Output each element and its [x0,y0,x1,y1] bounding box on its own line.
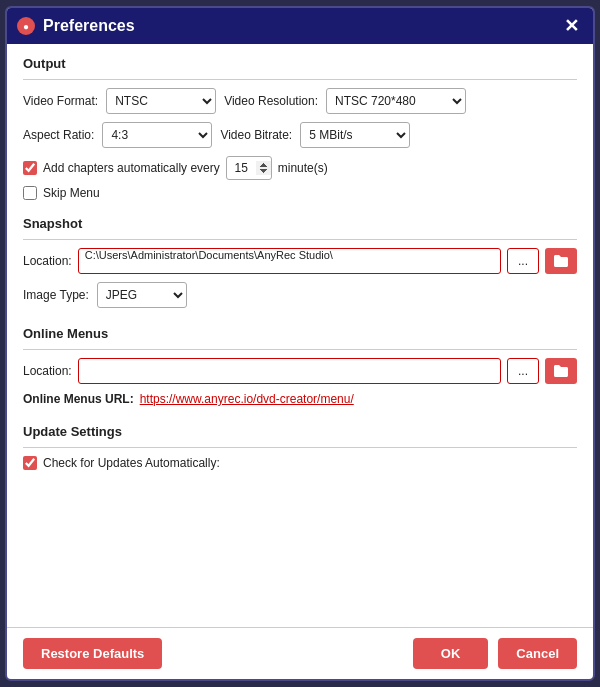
image-type-select[interactable]: JPEG PNG BMP [97,282,187,308]
aspect-ratio-row: Aspect Ratio: 4:3 16:9 Video Bitrate: 5 … [23,122,577,148]
update-settings-section: Update Settings Check for Updates Automa… [23,424,577,476]
update-settings-section-title: Update Settings [23,424,577,439]
check-updates-row: Check for Updates Automatically: [23,456,577,470]
output-section-title: Output [23,56,577,71]
check-updates-checkbox[interactable] [23,456,37,470]
snapshot-folder-button[interactable] [545,248,577,274]
video-format-row: Video Format: NTSC PAL Video Resolution:… [23,88,577,114]
online-menus-url-row: Online Menus URL: https://www.anyrec.io/… [23,392,577,406]
app-icon: ● [17,17,35,35]
aspect-ratio-label: Aspect Ratio: [23,128,94,142]
minutes-label: minute(s) [278,161,328,175]
image-type-row: Image Type: JPEG PNG BMP [23,282,577,308]
online-menus-folder-button[interactable] [545,358,577,384]
snapshot-section-title: Snapshot [23,216,577,231]
video-format-select[interactable]: NTSC PAL [106,88,216,114]
ok-button[interactable]: OK [413,638,489,669]
add-chapters-row: Add chapters automatically every minute(… [23,156,577,180]
output-section: Output Video Format: NTSC PAL Video Reso… [23,56,577,206]
online-menus-url-label: Online Menus URL: [23,392,134,406]
content-area: Output Video Format: NTSC PAL Video Reso… [7,44,593,627]
snapshot-location-label: Location: [23,254,72,268]
close-button[interactable]: ✕ [559,14,583,38]
online-menus-section-title: Online Menus [23,326,577,341]
online-menus-location-label: Location: [23,364,72,378]
ok-cancel-group: OK Cancel [413,638,577,669]
dialog-footer: Restore Defaults OK Cancel [7,627,593,679]
check-updates-label: Check for Updates Automatically: [43,456,220,470]
skip-menu-checkbox[interactable] [23,186,37,200]
folder-icon [553,254,569,268]
snapshot-location-row: Location: C:\Users\Administrator\Documen… [23,248,577,274]
video-resolution-select[interactable]: NTSC 720*480 NTSC 352*480 NTSC 352*240 [326,88,466,114]
chapters-minutes-input[interactable] [226,156,272,180]
online-menus-section: Online Menus Location: ... Online Menus … [23,326,577,414]
online-menus-dots-button[interactable]: ... [507,358,539,384]
online-menus-location-input[interactable] [78,358,501,384]
add-chapters-label: Add chapters automatically every [43,161,220,175]
dialog-title: Preferences [43,17,551,35]
video-bitrate-label: Video Bitrate: [220,128,292,142]
skip-menu-row: Skip Menu [23,186,577,200]
title-bar: ● Preferences ✕ [7,8,593,44]
skip-menu-label: Skip Menu [43,186,100,200]
aspect-ratio-select[interactable]: 4:3 16:9 [102,122,212,148]
video-format-label: Video Format: [23,94,98,108]
image-type-label: Image Type: [23,288,89,302]
online-menus-url-link[interactable]: https://www.anyrec.io/dvd-creator/menu/ [140,392,354,406]
restore-defaults-button[interactable]: Restore Defaults [23,638,162,669]
snapshot-location-display: C:\Users\Administrator\Documents\AnyRec … [78,248,501,274]
preferences-dialog: ● Preferences ✕ Output Video Format: NTS… [5,6,595,681]
cancel-button[interactable]: Cancel [498,638,577,669]
online-menus-location-row: Location: ... [23,358,577,384]
snapshot-dots-button[interactable]: ... [507,248,539,274]
video-bitrate-select[interactable]: 5 MBit/s 8 MBit/s 3 MBit/s [300,122,410,148]
folder-icon-2 [553,364,569,378]
snapshot-section: Snapshot Location: C:\Users\Administrato… [23,216,577,316]
add-chapters-checkbox[interactable] [23,161,37,175]
video-resolution-label: Video Resolution: [224,94,318,108]
